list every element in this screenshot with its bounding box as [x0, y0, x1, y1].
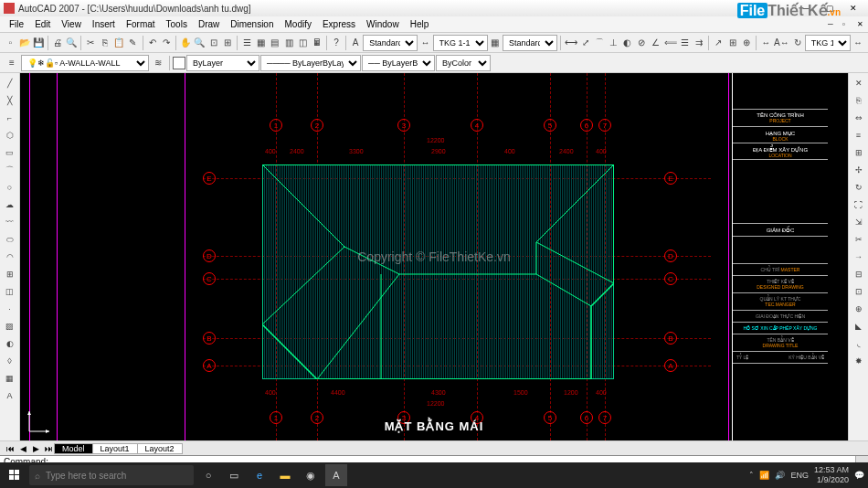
- dim-linear-button[interactable]: ⟷: [564, 35, 578, 51]
- copy-button[interactable]: ⎘: [99, 35, 111, 51]
- ellipse-button[interactable]: ⬭: [2, 231, 18, 248]
- menu-window[interactable]: Window: [361, 19, 405, 29]
- autocad-taskbar-icon[interactable]: A: [325, 464, 347, 486]
- pline-button[interactable]: ⌐: [2, 110, 18, 126]
- menu-draw[interactable]: Draw: [193, 19, 225, 29]
- search-box[interactable]: ⌕ Type here to search: [29, 465, 194, 485]
- markup-button[interactable]: ◫: [296, 35, 309, 51]
- move-button[interactable]: ✢: [851, 162, 867, 178]
- erase-button[interactable]: ✕: [851, 75, 867, 91]
- tab-model[interactable]: Model: [54, 443, 93, 454]
- tab-layout2[interactable]: Layout2: [137, 443, 183, 454]
- break-button[interactable]: ⊟: [851, 266, 867, 282]
- insert-block-button[interactable]: ⊞: [2, 266, 18, 282]
- menu-insert[interactable]: Insert: [87, 19, 121, 29]
- dim-update-button[interactable]: ↻: [790, 35, 803, 51]
- drawing-canvas[interactable]: 1 2 3 4 5 6 7 1 2 3 4 5 6 7 E D C B A E …: [20, 73, 848, 440]
- fillet-button[interactable]: ◟: [851, 335, 867, 352]
- close-button[interactable]: ✕: [842, 2, 864, 15]
- explode-button[interactable]: ✸: [851, 353, 867, 369]
- color-dropdown[interactable]: ByLayer: [186, 55, 259, 71]
- color-swatch[interactable]: [173, 57, 185, 69]
- explorer-icon[interactable]: ▬: [274, 464, 296, 486]
- language-indicator[interactable]: ENG: [790, 471, 809, 480]
- gradient-button[interactable]: ◐: [2, 335, 18, 352]
- menu-view[interactable]: View: [56, 19, 87, 29]
- trim-button[interactable]: ✂: [851, 231, 867, 248]
- tray-chevron-icon[interactable]: ˄: [749, 471, 754, 480]
- arc-button[interactable]: ⌒: [2, 162, 18, 178]
- xline-button[interactable]: ╳: [2, 92, 18, 109]
- line-button[interactable]: ╱: [2, 75, 18, 91]
- dim-aligned-button[interactable]: ⤢: [579, 35, 592, 51]
- zoom-window-button[interactable]: ⊡: [207, 35, 220, 51]
- menu-express[interactable]: Express: [317, 19, 361, 29]
- dim-style-icon[interactable]: A: [349, 35, 362, 51]
- layer-props-button[interactable]: ≡: [4, 55, 20, 71]
- tolerance-button[interactable]: ⊞: [726, 35, 739, 51]
- cut-button[interactable]: ✂: [84, 35, 97, 51]
- help-button[interactable]: ?: [330, 35, 343, 51]
- plot-button[interactable]: 🖨: [51, 35, 64, 51]
- break-point-button[interactable]: ⊡: [851, 283, 867, 300]
- tab-next-button[interactable]: ▶: [29, 444, 42, 453]
- layer-prev-button[interactable]: ≋: [150, 55, 166, 71]
- rotate-button[interactable]: ↻: [851, 179, 867, 196]
- dim-baseline-button[interactable]: ☰: [679, 35, 692, 51]
- spline-button[interactable]: 〰: [2, 214, 18, 230]
- volume-icon[interactable]: 🔊: [775, 471, 785, 480]
- tab-layout1[interactable]: Layout1: [92, 443, 138, 454]
- properties-button[interactable]: ☰: [240, 35, 253, 51]
- dim-style-dropdown-2[interactable]: TKG 1-1: [805, 35, 851, 51]
- polygon-button[interactable]: ⬡: [2, 127, 18, 143]
- dim-edit-button[interactable]: ↔: [759, 35, 772, 51]
- menu-help[interactable]: Help: [405, 19, 435, 29]
- stretch-button[interactable]: ⇲: [851, 214, 867, 230]
- new-button[interactable]: ▫: [4, 35, 16, 51]
- chrome-icon[interactable]: ◉: [300, 464, 322, 486]
- paste-button[interactable]: 📋: [112, 35, 125, 51]
- mirror-button[interactable]: ⇔: [851, 110, 867, 126]
- menu-format[interactable]: Format: [121, 19, 161, 29]
- linetype-dropdown[interactable]: ──── ByLayerByLayer: [260, 55, 361, 71]
- preview-button[interactable]: 🔍: [65, 35, 78, 51]
- copy-object-button[interactable]: ⎘: [851, 92, 867, 109]
- leader-button[interactable]: ↗: [712, 35, 725, 51]
- array-button[interactable]: ⊞: [851, 144, 867, 161]
- start-button[interactable]: [4, 464, 26, 486]
- sheet-set-button[interactable]: ▥: [282, 35, 295, 51]
- text-style-dropdown[interactable]: Standard: [363, 35, 418, 51]
- plotstyle-dropdown[interactable]: ByColor: [436, 55, 491, 71]
- extend-button[interactable]: →: [851, 249, 867, 265]
- make-block-button[interactable]: ◫: [2, 283, 18, 300]
- revcloud-button[interactable]: ☁: [2, 196, 18, 213]
- tool-palette-button[interactable]: ▤: [269, 35, 281, 51]
- menu-tools[interactable]: Tools: [161, 19, 193, 29]
- mtext-button[interactable]: A: [2, 387, 18, 404]
- undo-button[interactable]: ↶: [145, 35, 158, 51]
- taskview-icon[interactable]: ▭: [223, 464, 245, 486]
- doc-close-button[interactable]: ✕: [852, 20, 864, 28]
- dim-style-dropdown[interactable]: TKG 1-1: [433, 35, 488, 51]
- pan-button[interactable]: ✋: [179, 35, 192, 51]
- notifications-icon[interactable]: 💬: [854, 471, 864, 480]
- network-icon[interactable]: 📶: [759, 471, 769, 480]
- cortana-icon[interactable]: ○: [197, 464, 219, 486]
- dc-button[interactable]: ▦: [254, 35, 267, 51]
- table-button[interactable]: ▦: [2, 370, 18, 387]
- layer-dropdown[interactable]: 💡❄🔓▫ A-WALLA-WALL: [21, 55, 149, 71]
- offset-button[interactable]: ≡: [851, 127, 867, 143]
- region-button[interactable]: ◊: [2, 353, 18, 369]
- rectangle-button[interactable]: ▭: [2, 144, 18, 161]
- tab-first-button[interactable]: ⏮: [4, 444, 16, 453]
- dim-style-button[interactable]: ↔: [852, 35, 864, 51]
- join-button[interactable]: ⊕: [851, 301, 867, 317]
- lineweight-dropdown[interactable]: ── ByLayerByLayer: [362, 55, 435, 71]
- clock[interactable]: 12:53 AM 1/9/2020: [814, 465, 849, 485]
- hatch-button[interactable]: ▨: [2, 318, 18, 334]
- center-mark-button[interactable]: ⊕: [740, 35, 753, 51]
- doc-restore-button[interactable]: ▫: [837, 20, 850, 28]
- circle-button[interactable]: ○: [2, 179, 18, 196]
- match-button[interactable]: ✎: [126, 35, 139, 51]
- dim-dia-button[interactable]: ⊘: [635, 35, 648, 51]
